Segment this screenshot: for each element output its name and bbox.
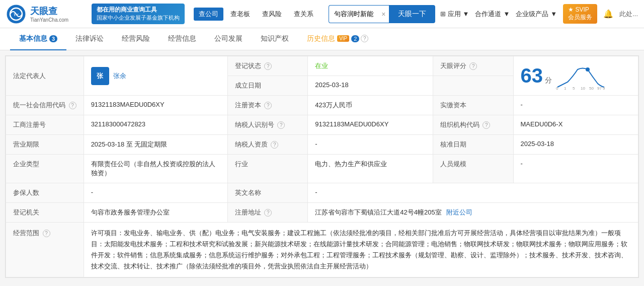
nearby-company-link[interactable]: 附近公司 (446, 208, 472, 216)
label-paid-capital: 实缴资本 (433, 96, 513, 115)
label-reg-status: 登记状态 ? (227, 56, 308, 76)
label-legal-rep: 法定代表人 (6, 56, 84, 96)
search-input-wrap: × (329, 5, 389, 23)
tab-basic-info-badge: 3 (49, 35, 57, 42)
value-taxpayer-id: 91321183MAEDU0D6XY (308, 115, 433, 135)
reg-status-help-icon[interactable]: ? (264, 62, 272, 70)
value-biz-period: 2025-03-18 至 无固定期限 (84, 135, 227, 155)
reg-address-help-icon[interactable]: ? (264, 209, 272, 217)
label-taxpayer-id: 纳税人识别号 ? (227, 115, 308, 135)
taxpayer-id-help-icon[interactable]: ? (277, 121, 285, 129)
svip-button[interactable]: ★ SVIP会员服务 (563, 4, 597, 24)
table-row: 企业类型 有限责任公司（非自然人投资或控股的法人独资） 行业 电力、热力生产和供… (6, 155, 638, 183)
value-english-name: - (308, 183, 638, 203)
tab-ip-label: 知识产权 (261, 34, 289, 43)
rep-cell: 张 张余 (91, 67, 220, 85)
tab-ip[interactable]: 知识产权 (252, 28, 298, 50)
nav-tab-boss[interactable]: 查老板 (225, 8, 255, 21)
logo-area: TY 天眼查 TianYanCha.com (6, 4, 87, 24)
label-empty1 (433, 76, 513, 96)
tab-company-dev[interactable]: 公司发展 (205, 28, 252, 50)
table-row: 法定代表人 张 张余 登记状态 ? 在业 天眼评分 ? (6, 56, 638, 76)
search-button[interactable]: 天眼一下 (389, 5, 435, 23)
header-enterprise-btn[interactable]: 企业级产品 ▼ (516, 10, 557, 19)
table-row: 参保人数 - 英文名称 - (6, 183, 638, 203)
header-partner-btn[interactable]: 合作通道 ▼ (475, 10, 510, 19)
tab-history-label: 历史信息 (307, 34, 335, 43)
biz-scope-help-icon[interactable]: ? (43, 230, 50, 237)
tab-legal-label: 法律诉讼 (75, 34, 104, 43)
tab-navigation: 基本信息 3 法律诉讼 经营风险 经营信息 公司发展 知识产权 历史信息 VIP… (0, 28, 644, 50)
tab-history-help-icon[interactable]: ? (361, 35, 368, 42)
value-biz-reg-no: 321183000472823 (84, 115, 227, 135)
label-taxpayer-qual: 纳税人资质 ? (227, 135, 308, 155)
header-app-btn[interactable]: ⊞ 应用 ▼ (440, 10, 469, 19)
label-english-name: 英文名称 (227, 183, 308, 203)
tab-history-badge: 2 (351, 35, 359, 42)
table-row: 统一社会信用代码 ? 91321183MAEDU0D6XY 注册资本 ? 423… (6, 96, 638, 115)
tianyan-score-help-icon[interactable]: ? (469, 62, 477, 70)
value-credit-code: 91321183MAEDU0D6XY (84, 96, 227, 115)
tab-basic-info[interactable]: 基本信息 3 (10, 28, 66, 50)
bell-icon[interactable]: 🔔 (603, 9, 613, 19)
credit-code-help-icon[interactable]: ? (69, 102, 76, 109)
svip-star-icon: ★ (568, 6, 574, 13)
value-reg-status: 在业 (308, 56, 433, 76)
value-tianyan-score: 63 分 0 1 5 10 (513, 56, 638, 96)
value-industry: 电力、热力生产和供应业 (308, 155, 433, 183)
svg-text:97: 97 (597, 86, 602, 90)
label-insured-count: 参保人数 (6, 183, 84, 203)
label-approve-date: 核准日期 (433, 135, 513, 155)
score-number: 63 分 (521, 64, 552, 87)
label-tianyan-score: 天眼评分 ? (433, 56, 513, 76)
header: TY 天眼查 TianYanCha.com 都在用的商业查询工具 国家中小企业发… (0, 0, 644, 28)
value-reg-address: 江苏省句容市下蜀镇沿江大道42号4幢205室 附近公司 (308, 203, 638, 223)
tab-business-info[interactable]: 经营信息 (159, 28, 205, 50)
nav-tab-risk[interactable]: 查风险 (257, 8, 287, 21)
search-clear-icon[interactable]: × (381, 10, 385, 18)
nav-tab-company[interactable]: 查公司 (194, 8, 223, 21)
header-right: ⊞ 应用 ▼ 合作通道 ▼ 企业级产品 ▼ ★ SVIP会员服务 🔔 此处... (440, 4, 638, 24)
label-industry: 行业 (227, 155, 308, 183)
nav-tab-relation[interactable]: 查关系 (289, 8, 318, 21)
rep-avatar: 张 (91, 67, 109, 85)
logo-icon: TY (6, 4, 26, 24)
search-input[interactable] (329, 5, 389, 23)
logo-main-text: 天眼查 (30, 5, 68, 17)
reg-capital-help-icon[interactable]: ? (264, 102, 272, 109)
logo-text: 天眼查 TianYanCha.com (30, 5, 68, 23)
value-approve-date: 2025-03-18 (513, 135, 638, 155)
tab-company-dev-label: 公司发展 (214, 34, 243, 43)
svg-point-3 (586, 67, 590, 72)
banner-line2: 国家中小企业发展子基金旗下机构 (97, 14, 180, 22)
svg-text:10: 10 (581, 86, 585, 90)
score-unit-text: 分 (545, 76, 552, 84)
rep-name-link[interactable]: 张余 (113, 72, 126, 81)
value-taxpayer-qual: - (308, 135, 433, 155)
info-table: 法定代表人 张 张余 登记状态 ? 在业 天眼评分 ? (6, 56, 638, 277)
nav-tabs: 查公司 查老板 查风险 查关系 (194, 8, 318, 21)
taxpayer-qual-help-icon[interactable]: ? (271, 141, 278, 149)
svg-text:5: 5 (573, 86, 575, 90)
tab-history[interactable]: 历史信息 VIP 2 ? (298, 28, 377, 50)
label-org-code: 组织机构代码 ? (433, 115, 513, 135)
svg-text:TY: TY (14, 13, 19, 17)
value-biz-scope: 许可项目：发电业务、输电业务、供（配）电业务；电气安装服务；建设工程施工（依法须… (84, 223, 638, 277)
value-company-type: 有限责任公司（非自然人投资或控股的法人独资） (84, 155, 227, 183)
enterprise-arrow-icon: ▼ (550, 10, 557, 18)
table-row: 营业期限 2025-03-18 至 无固定期限 纳税人资质 ? - 核准日期 2… (6, 135, 638, 155)
org-code-help-icon[interactable]: ? (482, 121, 490, 129)
banner-line1: 都在用的商业查询工具 (97, 6, 180, 14)
label-biz-period: 营业期限 (6, 135, 84, 155)
label-credit-code: 统一社会信用代码 ? (6, 96, 84, 115)
more-button[interactable]: 此处... (619, 10, 638, 19)
svg-text:99 130: 99 130 (603, 86, 605, 90)
value-establish-date: 2025-03-18 (308, 76, 433, 96)
app-arrow-icon: ▼ (463, 10, 469, 18)
table-row: 工商注册号 321183000472823 纳税人识别号 ? 91321183M… (6, 115, 638, 135)
logo-sub-text: TianYanCha.com (30, 17, 68, 23)
value-legal-rep: 张 张余 (84, 56, 227, 96)
tab-risk[interactable]: 经营风险 (113, 28, 159, 50)
label-establish-date: 成立日期 (227, 76, 308, 96)
tab-legal[interactable]: 法律诉讼 (66, 28, 113, 50)
